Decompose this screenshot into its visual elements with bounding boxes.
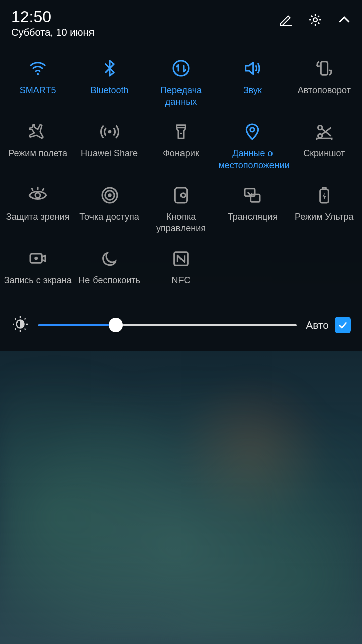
panel-header: 12:50 Суббота, 10 июня xyxy=(0,6,362,42)
svg-point-14 xyxy=(181,193,185,197)
battery-bolt-icon xyxy=(314,184,334,206)
brightness-row: Авто xyxy=(0,302,362,337)
tile-sound[interactable]: Звук xyxy=(217,57,288,112)
tile-label: Режим Ультра xyxy=(294,211,354,223)
svg-point-6 xyxy=(250,128,254,132)
tile-label: Запись с экрана xyxy=(3,275,73,286)
svg-point-1 xyxy=(37,73,39,75)
auto-brightness-checkbox[interactable] xyxy=(335,317,351,333)
bluetooth-icon xyxy=(100,57,120,79)
tile-label: Скриншот xyxy=(302,148,346,159)
clock-time: 12:50 xyxy=(11,8,94,26)
tile-label: Кнопка управления xyxy=(146,211,216,234)
svg-point-8 xyxy=(318,134,322,138)
tile-flashlight[interactable]: Фонарик xyxy=(145,121,217,175)
tile-airplane[interactable]: Режим полета xyxy=(2,121,73,175)
tile-nfc[interactable]: NFC xyxy=(145,248,217,302)
tile-label: NFC xyxy=(170,275,191,286)
tile-label: Защита зрения xyxy=(5,211,71,223)
svg-rect-3 xyxy=(321,62,327,75)
data-transfer-icon xyxy=(171,57,191,79)
tile-eye-comfort[interactable]: Защита зрения xyxy=(2,184,73,238)
tile-auto-rotate[interactable]: Автоповорот xyxy=(289,57,360,112)
tile-bluetooth[interactable]: Bluetooth xyxy=(73,57,145,112)
clock-date: Суббота, 10 июня xyxy=(11,27,94,38)
location-pin-icon xyxy=(242,121,262,143)
cast-icon xyxy=(242,184,262,206)
auto-brightness-label: Авто xyxy=(306,319,329,331)
tile-label: Точка доступа xyxy=(78,211,140,223)
nfc-icon xyxy=(171,248,191,270)
header-actions xyxy=(279,12,352,29)
tile-label: Huawei Share xyxy=(80,148,139,159)
tile-location[interactable]: Данные о местоположении xyxy=(217,121,288,175)
toggle-grid: SMART5 Bluetooth Передача данных xyxy=(0,42,362,302)
clock-block[interactable]: 12:50 Суббота, 10 июня xyxy=(11,8,94,38)
svg-point-10 xyxy=(108,194,111,197)
brightness-slider[interactable] xyxy=(38,315,297,335)
tile-mobile-data[interactable]: Передача данных xyxy=(145,57,217,112)
tile-label: Автоповорот xyxy=(297,85,352,96)
scissors-icon xyxy=(314,121,334,143)
slider-track-fill xyxy=(38,324,116,326)
collapse-icon[interactable] xyxy=(337,12,352,29)
tile-huawei-share[interactable]: Huawei Share xyxy=(73,121,145,175)
rotate-icon xyxy=(314,57,334,79)
svg-point-2 xyxy=(173,61,189,76)
moon-icon xyxy=(100,248,120,270)
brightness-icon xyxy=(11,315,29,335)
tile-screenshot[interactable]: Скриншот xyxy=(289,121,360,175)
airplane-icon xyxy=(28,121,48,143)
tile-label: Звук xyxy=(242,85,263,96)
tile-label: Режим полета xyxy=(7,148,68,159)
auto-brightness-group[interactable]: Авто xyxy=(306,317,351,333)
tile-dnd[interactable]: Не беспокоить xyxy=(73,248,145,302)
tile-hotspot[interactable]: Точка доступа xyxy=(73,184,145,238)
svg-point-9 xyxy=(35,193,40,198)
tile-label: Фонарик xyxy=(162,148,200,159)
quick-settings-panel: 12:50 Суббота, 10 июня xyxy=(0,0,362,351)
hotspot-icon xyxy=(100,184,120,206)
tile-label: Передача данных xyxy=(146,85,216,107)
tile-float-dock[interactable]: Кнопка управления xyxy=(145,184,217,238)
tile-label: Не беспокоить xyxy=(77,275,141,286)
tile-label: Bluetooth xyxy=(89,85,130,96)
share-radar-icon xyxy=(100,121,120,143)
edit-icon[interactable] xyxy=(279,12,294,29)
float-button-icon xyxy=(171,184,191,206)
tile-label: Трансляция xyxy=(227,211,279,223)
tile-label: SMART5 xyxy=(19,85,57,96)
wifi-icon xyxy=(28,57,48,79)
tile-cast[interactable]: Трансляция xyxy=(217,184,288,238)
svg-point-19 xyxy=(35,257,38,260)
gear-icon[interactable] xyxy=(308,12,323,29)
tile-ultra-power[interactable]: Режим Ультра xyxy=(289,184,360,238)
svg-point-7 xyxy=(318,126,322,130)
screen-record-icon xyxy=(28,248,48,270)
tile-screen-record[interactable]: Запись с экрана xyxy=(2,248,73,302)
speaker-icon xyxy=(242,57,262,79)
svg-point-4 xyxy=(108,130,111,134)
tile-label: Данные о местоположении xyxy=(217,148,288,171)
eye-icon xyxy=(28,184,48,206)
svg-point-5 xyxy=(180,133,182,134)
slider-thumb[interactable] xyxy=(109,318,123,332)
tile-wifi[interactable]: SMART5 xyxy=(2,57,73,112)
svg-point-0 xyxy=(313,18,317,22)
flashlight-icon xyxy=(171,121,191,143)
